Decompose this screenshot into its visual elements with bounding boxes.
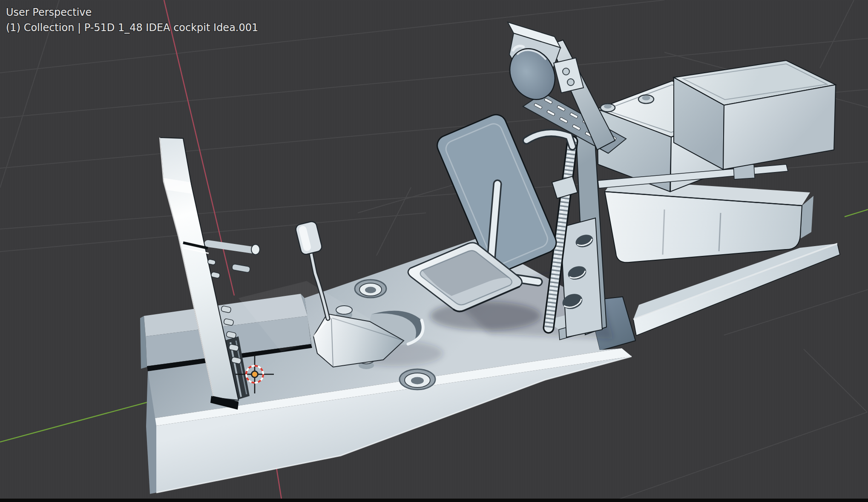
viewport-canvas[interactable]: User Perspective (1) Collection | P-51D … [0, 0, 868, 502]
floor-grommet [400, 369, 435, 390]
fuel-tank[interactable] [605, 180, 813, 262]
view-perspective-label: User Perspective [6, 6, 92, 18]
object-origin-dot [252, 371, 258, 378]
active-object-label: (1) Collection | P-51D 1_48 IDEA cockpit… [6, 22, 258, 34]
radio-box[interactable] [674, 60, 836, 169]
floor-grommet [355, 280, 386, 298]
viewport-bottom-edge [0, 499, 868, 502]
blender-3d-viewport[interactable]: User Perspective (1) Collection | P-51D … [0, 0, 868, 502]
